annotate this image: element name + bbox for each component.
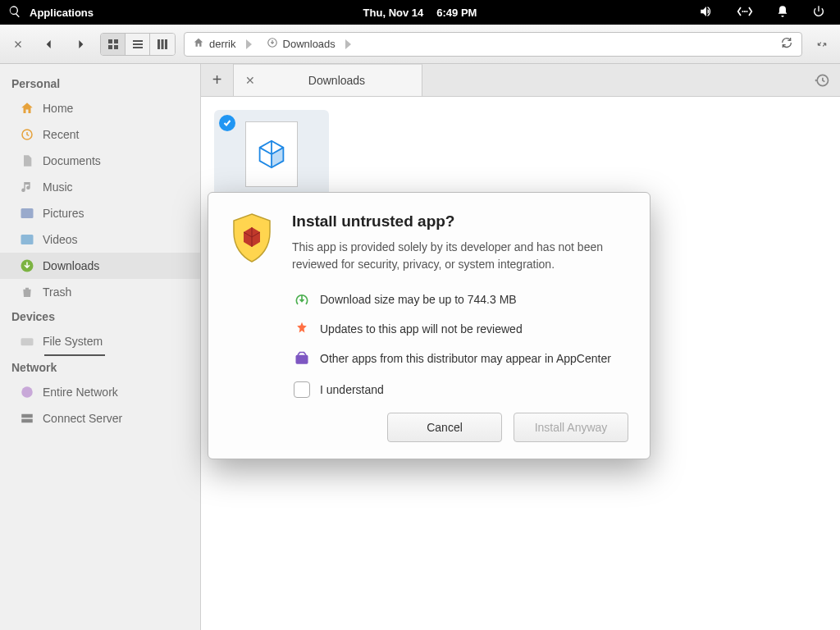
modal-overlay: Install untrusted app? This app is provi… <box>0 0 840 630</box>
dialog-subtitle: This app is provided solely by its devel… <box>292 239 628 273</box>
dialog-info-text: Download size may be up to 744.3 MB <box>320 293 517 306</box>
updates-warning-icon <box>294 321 310 337</box>
appcenter-icon <box>294 350 310 367</box>
consent-row[interactable]: I understand <box>294 381 628 398</box>
download-size-icon <box>294 291 310 308</box>
dialog-info-download-size: Download size may be up to 744.3 MB <box>294 291 628 308</box>
install-anyway-button[interactable]: Install Anyway <box>514 413 628 442</box>
consent-checkbox[interactable] <box>294 381 310 398</box>
dialog-info-text: Updates to this app will not be reviewed <box>320 322 523 336</box>
install-untrusted-dialog: Install untrusted app? This app is provi… <box>208 192 651 459</box>
shield-warning-icon <box>230 212 274 273</box>
dialog-info-text: Other apps from this distributor may app… <box>320 352 611 365</box>
cancel-button[interactable]: Cancel <box>387 413 502 442</box>
dialog-info-updates: Updates to this app will not be reviewed <box>294 321 628 337</box>
svg-rect-23 <box>296 355 308 364</box>
consent-label: I understand <box>320 383 384 396</box>
dialog-title: Install untrusted app? <box>292 212 628 231</box>
dialog-info-appcenter: Other apps from this distributor may app… <box>294 350 628 367</box>
